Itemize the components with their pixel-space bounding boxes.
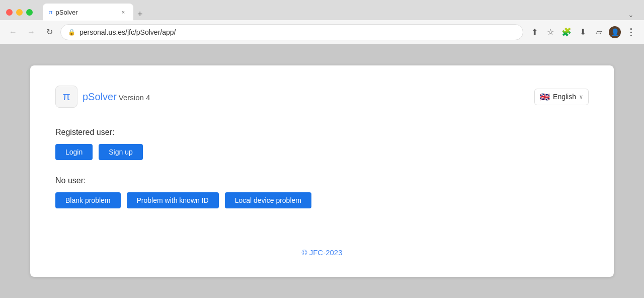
address-bar-row: ← → ↻ 🔒 personal.us.es/jfc/pSolver/app/ … — [0, 20, 644, 44]
extensions-button[interactable]: 🧩 — [559, 25, 574, 39]
back-button[interactable]: ← — [6, 25, 20, 39]
menu-button[interactable]: ⋮ — [624, 25, 638, 39]
app-logo: π — [55, 86, 77, 108]
main-card: π pSolverVersion 4 🇬🇧 English ∨ Register… — [30, 65, 614, 277]
minimize-window-button[interactable] — [16, 9, 23, 16]
maximize-window-button[interactable] — [26, 9, 33, 16]
registered-user-buttons: Login Sign up — [55, 144, 589, 160]
no-user-buttons: Blank problem Problem with known ID Loca… — [55, 192, 589, 208]
tab-dropdown-icon[interactable]: ⌄ — [624, 11, 638, 19]
menu-dots-icon: ⋮ — [626, 27, 635, 38]
registered-user-label: Registered user: — [55, 128, 589, 137]
app-version-text: Version 4 — [119, 93, 150, 102]
lock-icon: 🔒 — [68, 29, 75, 36]
app-name-text: pSolver — [83, 91, 117, 102]
app-logo-area: π pSolverVersion 4 — [55, 86, 150, 108]
no-user-section: No user: Blank problem Problem with know… — [55, 176, 589, 225]
bookmark-button[interactable]: ☆ — [543, 25, 557, 39]
language-selector[interactable]: 🇬🇧 English ∨ — [534, 89, 589, 105]
app-name: pSolverVersion 4 — [83, 91, 150, 103]
title-bar: π pSolver × + ⌄ — [0, 0, 644, 20]
no-user-label: No user: — [55, 176, 589, 185]
active-tab[interactable]: π pSolver × — [43, 4, 133, 21]
footer: © JFC-2023 — [55, 238, 589, 257]
logo-symbol: π — [62, 90, 70, 103]
split-view-button[interactable]: ▱ — [592, 25, 606, 39]
user-avatar: 👤 — [609, 26, 621, 38]
window-controls — [6, 9, 33, 16]
registered-user-section: Registered user: Login Sign up — [55, 128, 589, 176]
avatar-button[interactable]: 👤 — [608, 25, 622, 39]
language-label: English — [553, 93, 576, 101]
download-button[interactable]: ⬇ — [576, 25, 590, 39]
tab-favicon-icon: π — [49, 9, 53, 15]
signup-button[interactable]: Sign up — [99, 144, 142, 160]
content-area: π pSolverVersion 4 🇬🇧 English ∨ Register… — [0, 44, 644, 298]
url-text: personal.us.es/jfc/pSolver/app/ — [79, 28, 176, 36]
known-id-button[interactable]: Problem with known ID — [127, 192, 219, 208]
login-button[interactable]: Login — [55, 144, 93, 160]
flag-icon: 🇬🇧 — [540, 92, 550, 102]
browser-chrome: π pSolver × + ⌄ ← → ↻ 🔒 personal.us.es/j… — [0, 0, 644, 44]
chevron-down-icon: ∨ — [579, 94, 583, 100]
tab-close-button[interactable]: × — [119, 8, 127, 16]
copyright-text: © JFC-2023 — [301, 248, 342, 257]
local-device-button[interactable]: Local device problem — [225, 192, 311, 208]
reload-button[interactable]: ↻ — [42, 25, 56, 39]
share-button[interactable]: ⬆ — [527, 25, 541, 39]
close-window-button[interactable] — [6, 9, 13, 16]
blank-problem-button[interactable]: Blank problem — [55, 192, 121, 208]
tab-title: pSolver — [56, 9, 116, 16]
app-header: π pSolverVersion 4 🇬🇧 English ∨ — [55, 86, 589, 108]
forward-button[interactable]: → — [24, 25, 38, 39]
tab-bar: π pSolver × + ⌄ — [43, 4, 638, 21]
toolbar-icons: ⬆ ☆ 🧩 ⬇ ▱ 👤 ⋮ — [527, 25, 638, 39]
address-bar[interactable]: 🔒 personal.us.es/jfc/pSolver/app/ — [60, 24, 523, 40]
new-tab-button[interactable]: + — [133, 9, 147, 20]
